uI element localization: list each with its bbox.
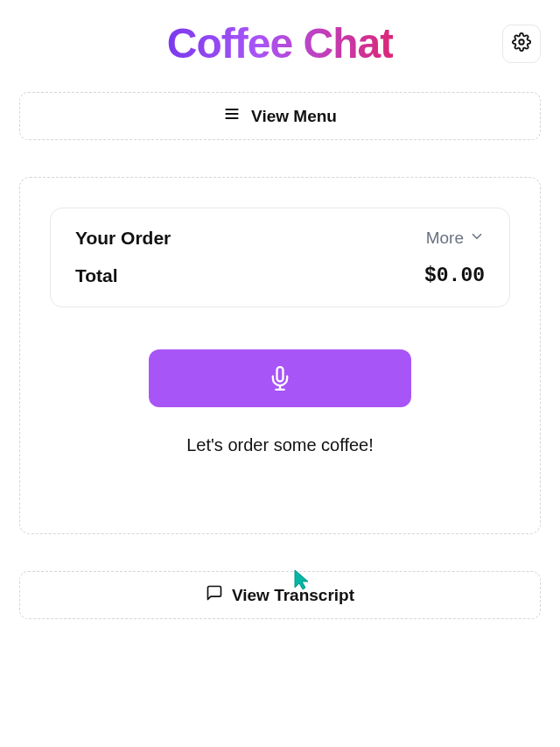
chat-icon [206, 584, 223, 606]
chevron-down-icon [469, 229, 485, 249]
view-menu-button[interactable]: View Menu [19, 92, 541, 140]
prompt-text: Let's order some coffee! [50, 435, 510, 455]
more-label: More [426, 229, 464, 248]
main-panel: Your Order More Total $0.00 [19, 177, 541, 534]
view-menu-label: View Menu [251, 107, 337, 126]
view-transcript-label: View Transcript [232, 586, 354, 605]
svg-point-0 [519, 39, 524, 45]
order-card: Your Order More Total $0.00 [50, 208, 510, 307]
order-heading: Your Order [75, 228, 171, 249]
total-value: $0.00 [424, 264, 485, 287]
view-transcript-button[interactable]: View Transcript [19, 571, 541, 619]
menu-icon [223, 105, 241, 127]
settings-button[interactable] [502, 25, 541, 63]
app-title: Coffee Chat [167, 19, 393, 67]
app-header: Coffee Chat [19, 19, 541, 67]
gear-icon [512, 32, 531, 54]
more-button[interactable]: More [426, 229, 485, 249]
total-label: Total [75, 265, 118, 286]
microphone-button[interactable] [149, 349, 411, 407]
